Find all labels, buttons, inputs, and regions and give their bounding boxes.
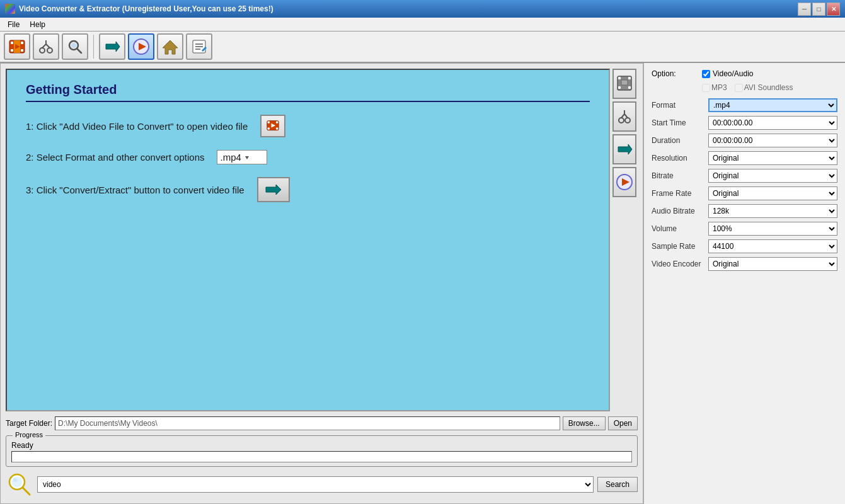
format-select[interactable]: .mp4.avi.mkv.mov.wmv xyxy=(708,98,837,112)
search-button[interactable]: Search xyxy=(597,477,638,492)
svg-rect-2 xyxy=(21,42,23,44)
bitrate-row: Bitrate Original8000k4000k2000k xyxy=(652,169,837,183)
framerate-select[interactable]: Original60302524 xyxy=(708,186,837,200)
side-play-button[interactable] xyxy=(612,167,636,197)
progress-section: Progress Ready xyxy=(6,435,638,467)
svg-point-8 xyxy=(47,48,52,53)
svg-rect-35 xyxy=(618,86,621,89)
svg-point-7 xyxy=(40,48,45,53)
step-2: 2: Select Format and other convert optio… xyxy=(26,150,590,164)
framerate-label: Frame Rate xyxy=(652,189,708,198)
resolution-row: Resolution Original1920x10801280x720 xyxy=(652,151,837,165)
toolbar-divider xyxy=(93,35,94,59)
avi-soundless-option: AVI Soundless xyxy=(735,83,793,92)
duration-select[interactable]: 00:00:00.00 xyxy=(708,134,837,147)
svg-rect-28 xyxy=(276,128,278,130)
avi-soundless-label: AVI Soundless xyxy=(744,83,793,92)
svg-point-47 xyxy=(12,477,22,487)
right-panel: Option: Video/Audio MP3 AVI Soundless Fo… xyxy=(643,63,845,504)
sub-options: MP3 AVI Soundless xyxy=(652,83,837,92)
close-button[interactable]: ✕ xyxy=(827,3,840,16)
samplerate-row: Sample Rate 44100220501102548000 xyxy=(652,239,837,253)
target-folder-row: Target Folder: Browse... Open xyxy=(6,416,638,430)
target-folder-input[interactable] xyxy=(55,416,560,430)
svg-marker-30 xyxy=(245,156,249,159)
video-audio-label: Video/Audio xyxy=(713,69,754,78)
svg-line-14 xyxy=(77,49,81,53)
progress-legend: Progress xyxy=(13,431,45,438)
menu-file[interactable]: File xyxy=(3,19,25,30)
step-3-text: 3: Click "Convert/Extract" button to con… xyxy=(26,185,244,195)
add-file-button[interactable] xyxy=(260,115,285,137)
convert-button[interactable] xyxy=(99,33,125,60)
side-convert-icon xyxy=(616,140,633,158)
samplerate-select[interactable]: 44100220501102548000 xyxy=(708,239,837,253)
svg-rect-26 xyxy=(276,122,278,123)
side-scissors-icon xyxy=(617,108,632,125)
format-dropdown-inline[interactable]: .mp4 xyxy=(217,150,267,164)
convert-step-button[interactable] xyxy=(257,177,290,202)
duration-row: Duration 00:00:00.00 xyxy=(652,134,837,147)
mp3-checkbox[interactable] xyxy=(702,84,710,92)
svg-point-13 xyxy=(71,43,76,48)
content-wrapper: Getting Started 1: Click "Add Video File… xyxy=(6,69,638,411)
step-3: 3: Click "Convert/Extract" button to con… xyxy=(26,177,590,202)
volume-label: Volume xyxy=(652,224,708,233)
resolution-select[interactable]: Original1920x10801280x720 xyxy=(708,151,837,165)
svg-rect-33 xyxy=(618,77,621,79)
maximize-button[interactable]: □ xyxy=(812,3,825,16)
cut-button[interactable] xyxy=(33,33,59,60)
start-time-row: Start Time 00:00:00.00 xyxy=(652,116,837,130)
window-controls: ─ □ ✕ xyxy=(798,3,840,16)
volume-select[interactable]: 100%50%75%125%150%200% xyxy=(708,222,837,236)
svg-line-10 xyxy=(46,44,50,48)
avi-soundless-checkbox[interactable] xyxy=(735,84,743,92)
search-toolbar-button[interactable] xyxy=(62,33,88,60)
convert-arrow-step-icon xyxy=(263,181,284,198)
side-film-button[interactable] xyxy=(612,69,636,99)
home-icon xyxy=(161,38,179,55)
film-icon xyxy=(8,38,26,55)
film-small-icon xyxy=(267,118,279,134)
search-dropdown[interactable]: video xyxy=(37,476,594,493)
home-button[interactable] xyxy=(157,33,183,60)
add-video-button[interactable] xyxy=(4,33,30,60)
minimize-button[interactable]: ─ xyxy=(798,3,811,16)
audiobitrate-select[interactable]: 128k64k96k192k256k320k xyxy=(708,204,837,218)
browse-button[interactable]: Browse... xyxy=(563,416,606,430)
svg-point-39 xyxy=(625,118,630,123)
svg-marker-31 xyxy=(266,185,281,195)
audiobitrate-row: Audio Bitrate 128k64k96k192k256k320k xyxy=(652,204,837,218)
bitrate-select[interactable]: Original8000k4000k2000k xyxy=(708,169,837,183)
title-bar: Video Converter & Extractor (Unregistere… xyxy=(0,0,845,18)
menu-help[interactable]: Help xyxy=(25,19,50,30)
search-icon-button[interactable] xyxy=(6,471,33,498)
videoencoder-select[interactable]: Originallibx264libx265mpeg4 xyxy=(708,257,837,271)
step-2-text: 2: Select Format and other convert optio… xyxy=(26,152,204,163)
left-panel: Getting Started 1: Click "Add Video File… xyxy=(0,63,643,504)
mp3-option: MP3 xyxy=(702,83,727,92)
start-time-label: Start Time xyxy=(652,118,708,127)
video-audio-checkbox[interactable] xyxy=(702,70,710,78)
edit-icon xyxy=(190,38,208,55)
edit-button[interactable] xyxy=(186,33,212,60)
side-play-icon xyxy=(616,173,633,191)
magnifier-icon xyxy=(66,38,84,55)
svg-line-40 xyxy=(621,114,624,118)
side-convert-button[interactable] xyxy=(612,134,636,164)
play-button[interactable] xyxy=(128,33,154,60)
video-audio-option: Video/Audio xyxy=(702,69,754,78)
svg-rect-4 xyxy=(21,49,23,52)
start-time-select[interactable]: 00:00:00.00 xyxy=(708,116,837,130)
svg-rect-25 xyxy=(268,122,270,123)
side-film-icon xyxy=(617,75,632,93)
resolution-label: Resolution xyxy=(652,154,708,163)
side-cut-button[interactable] xyxy=(612,101,636,132)
bitrate-label: Bitrate xyxy=(652,171,708,180)
scissors-icon xyxy=(37,38,55,55)
menu-bar: File Help xyxy=(0,18,845,32)
svg-rect-34 xyxy=(628,77,631,79)
app-icon xyxy=(5,4,15,14)
progress-bar xyxy=(11,451,632,462)
open-button[interactable]: Open xyxy=(608,416,638,430)
